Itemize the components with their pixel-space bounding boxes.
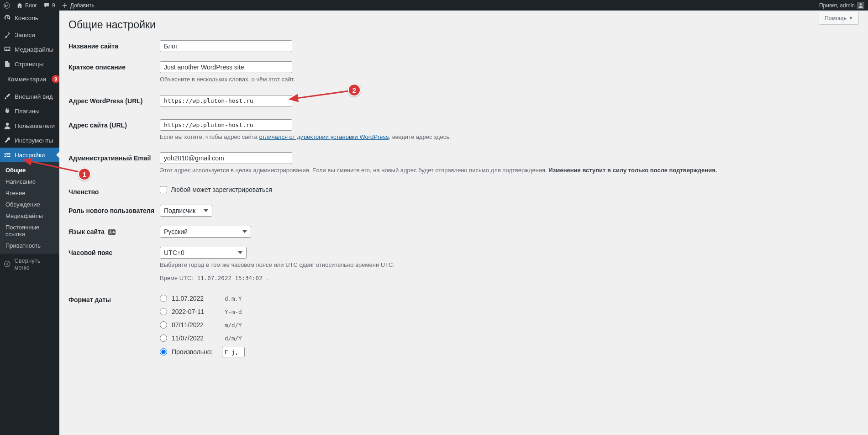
- date-radio[interactable]: [160, 334, 167, 342]
- tz-utc-value: 11.07.2022 15:34:02: [195, 274, 265, 282]
- menu-dashboard[interactable]: Консоль: [0, 11, 59, 25]
- membership-checkbox-label[interactable]: Любой может зарегистрироваться: [160, 186, 859, 193]
- date-radio-custom[interactable]: [160, 348, 167, 355]
- admin-bar: Блог 9 Добавить Привет, admin: [0, 0, 868, 11]
- tz-select[interactable]: UTC+0: [160, 247, 247, 259]
- user-greeting-link[interactable]: Привет, admin: [819, 2, 864, 9]
- role-label: Роль нового пользователя: [68, 205, 160, 214]
- sub-privacy[interactable]: Приватность: [0, 240, 59, 251]
- date-example: 2022-07-11: [172, 308, 217, 315]
- siteurl-desc-link[interactable]: отличался от директории установки WordPr…: [259, 133, 389, 140]
- plus-icon: [62, 2, 68, 9]
- lang-select[interactable]: Русский: [160, 226, 251, 238]
- email-desc-strong: Изменение вступит в силу только после по…: [548, 167, 717, 174]
- siteurl-desc-post: , введите адрес здесь.: [389, 133, 451, 140]
- home-icon: [16, 2, 23, 9]
- date-option-row: 11.07.2022 d.m.Y: [160, 294, 859, 303]
- tz-label: Часовой пояс: [68, 247, 160, 256]
- menu-appearance[interactable]: Внешний вид: [0, 89, 59, 104]
- menu-tools[interactable]: Инструменты: [0, 133, 59, 148]
- admin-sidebar: Консоль Записи Медиафайлы Страницы Комме…: [0, 11, 59, 388]
- sub-general[interactable]: Общие: [0, 164, 59, 176]
- menu-label: Пользователи: [15, 122, 55, 129]
- menu-comments[interactable]: Комментарии 9: [0, 71, 59, 87]
- date-option-row: 11/07/2022 d/m/Y: [160, 334, 859, 343]
- date-fmt-code: m/d/Y: [222, 320, 245, 330]
- site-title-input[interactable]: [160, 40, 292, 52]
- comment-bubble-icon: [43, 2, 50, 9]
- date-example: 11.07.2022: [172, 295, 217, 302]
- translate-icon: 文A: [108, 229, 116, 235]
- settings-submenu: Общие Написание Чтение Обсуждение Медиаф…: [0, 162, 59, 254]
- membership-checkbox[interactable]: [160, 186, 167, 193]
- brush-icon: [4, 93, 11, 100]
- menu-media[interactable]: Медиафайлы: [0, 42, 59, 57]
- date-radio[interactable]: [160, 295, 167, 302]
- menu-label: Комментарии: [7, 76, 46, 83]
- site-name-text: Блог: [25, 2, 37, 9]
- menu-users[interactable]: Пользователи: [0, 118, 59, 133]
- date-example: 07/11/2022: [172, 321, 217, 329]
- wordpress-logo-icon: [4, 2, 10, 9]
- sub-media[interactable]: Медиафайлы: [0, 210, 59, 222]
- media-icon: [4, 46, 11, 53]
- page-content: Помощь ▼ Общие настройки Название сайта …: [59, 11, 868, 388]
- tagline-desc: Объясните в нескольких словах, о чём это…: [160, 75, 859, 84]
- sub-permalinks[interactable]: Постоянные ссылки: [0, 222, 59, 240]
- date-example: 11/07/2022: [172, 334, 217, 342]
- date-option-row: 07/11/2022 m/d/Y: [160, 320, 859, 330]
- add-new-text: Добавить: [70, 2, 95, 9]
- tagline-input[interactable]: [160, 61, 292, 73]
- siteurl-label: Адрес сайта (URL): [68, 119, 160, 129]
- siteurl-input[interactable]: [160, 119, 292, 131]
- siteurl-desc: Если вы хотите, чтобы адрес сайта отлича…: [160, 133, 859, 142]
- user-icon: [4, 122, 11, 129]
- annotation-2: 2: [348, 84, 361, 96]
- annotation-1: 1: [78, 168, 91, 180]
- menu-label: Консоль: [15, 15, 38, 21]
- wrench-icon: [4, 137, 11, 144]
- avatar-icon: [857, 2, 864, 9]
- site-title-label: Название сайта: [68, 40, 160, 50]
- date-fmt-code: d.m.Y: [222, 294, 245, 303]
- site-link[interactable]: Блог: [16, 2, 37, 9]
- sub-reading[interactable]: Чтение: [0, 187, 59, 199]
- sub-writing[interactable]: Написание: [0, 176, 59, 187]
- date-option-row: 2022-07-11 Y-m-d: [160, 307, 859, 317]
- email-input[interactable]: [160, 152, 292, 164]
- menu-plugins[interactable]: Плагины: [0, 104, 59, 118]
- tagline-label: Краткое описание: [68, 61, 160, 71]
- tz-utc-label: Время UTC:: [160, 275, 193, 281]
- date-custom-input[interactable]: [222, 347, 245, 357]
- menu-settings[interactable]: Настройки: [0, 148, 59, 162]
- menu-posts[interactable]: Записи: [0, 27, 59, 42]
- settings-icon: [4, 151, 11, 159]
- menu-label: Инструменты: [15, 137, 53, 144]
- date-fmt-code: d/m/Y: [222, 334, 245, 343]
- comments-link[interactable]: 9: [43, 2, 55, 9]
- menu-label: Медиафайлы: [15, 46, 53, 53]
- svg-point-1: [860, 3, 862, 5]
- wpurl-input[interactable]: [160, 95, 292, 106]
- date-format-group: 11.07.2022 d.m.Y 2022-07-11 Y-m-d 07/11/…: [160, 294, 859, 361]
- sub-discussion[interactable]: Обсуждение: [0, 199, 59, 210]
- menu-pages[interactable]: Страницы: [0, 57, 59, 71]
- menu-label: Плагины: [15, 108, 40, 115]
- siteurl-desc-pre: Если вы хотите, чтобы адрес сайта: [160, 133, 259, 140]
- collapse-label: Свернуть меню: [14, 257, 56, 271]
- comments-count-text: 9: [52, 2, 55, 9]
- email-label: Административный Email: [68, 152, 160, 162]
- wp-logo-link[interactable]: [4, 2, 10, 9]
- help-button[interactable]: Помощь ▼: [819, 12, 859, 25]
- date-label: Формат даты: [68, 294, 160, 303]
- collapse-menu[interactable]: Свернуть меню: [0, 254, 59, 275]
- role-select[interactable]: Подписчик: [160, 205, 212, 217]
- pin-icon: [4, 31, 11, 38]
- help-label: Помощь: [825, 15, 847, 21]
- email-desc: Этот адрес используется в целях админист…: [160, 166, 859, 175]
- menu-label: Настройки: [15, 152, 45, 159]
- wpurl-label: Адрес WordPress (URL): [68, 95, 160, 105]
- add-new-link[interactable]: Добавить: [62, 2, 95, 9]
- date-radio[interactable]: [160, 321, 167, 329]
- date-radio[interactable]: [160, 308, 167, 315]
